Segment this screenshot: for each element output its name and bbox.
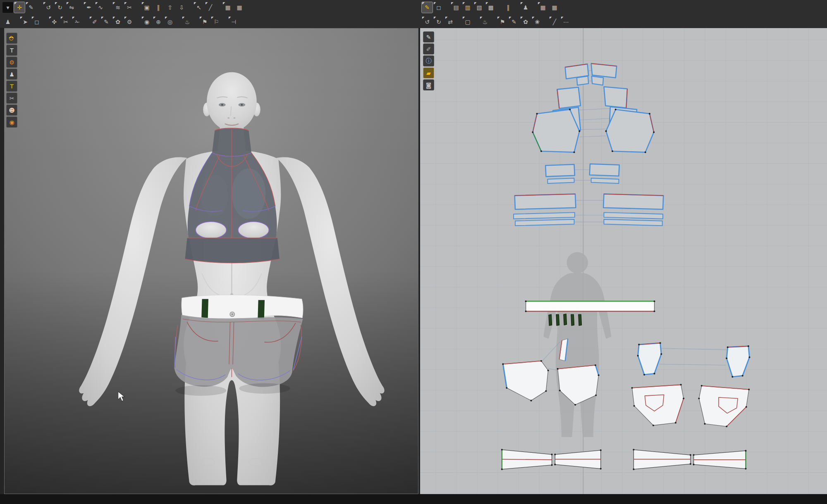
- front-panel-right-notch: [595, 364, 596, 366]
- stitch-flag-tool-icon[interactable]: ⚑: [497, 17, 508, 27]
- colorway-tool-icon[interactable]: ‖: [503, 2, 514, 13]
- press-ball-tool-icon[interactable]: ◉: [141, 17, 152, 27]
- garment-top[interactable]: [185, 128, 279, 263]
- grid-2d-small-icon[interactable]: ▦: [538, 2, 548, 13]
- strip-long-right-2[interactable]: [604, 219, 662, 226]
- pocket-bag-right-notch: [731, 376, 733, 378]
- bodice-right[interactable]: [606, 109, 654, 152]
- grid-2d-large-icon[interactable]: ▦: [549, 2, 560, 13]
- flag-outline-tool-icon[interactable]: ⚐: [211, 17, 222, 27]
- scale-tool-icon[interactable]: ✜: [49, 17, 60, 27]
- edit-pattern-tool-icon[interactable]: ✎: [26, 2, 36, 13]
- waistband-2-notch: [554, 454, 556, 455]
- globe-tool-icon[interactable]: ◎: [165, 17, 175, 27]
- cut-tool-icon[interactable]: ✂: [60, 17, 71, 27]
- segment-sew-tool-icon[interactable]: ≋: [112, 2, 123, 13]
- fold-arrangement-tool-icon[interactable]: ▣: [141, 2, 152, 13]
- belt-piece[interactable]: [526, 301, 655, 311]
- hanger-tool-icon[interactable]: ‖: [153, 2, 164, 13]
- belt-loop-4[interactable]: [571, 314, 574, 326]
- pen-dark-icon[interactable]: ✎: [423, 31, 434, 43]
- panel-long-left[interactable]: [515, 194, 576, 209]
- simulation-gear-icon[interactable]: ⚙: [6, 57, 17, 68]
- slash-line-tool-icon[interactable]: ╱: [205, 2, 216, 13]
- strip-long-left-1[interactable]: [514, 212, 575, 219]
- lift-down-tool-icon[interactable]: ⇩: [176, 2, 187, 13]
- measure-tool-icon[interactable]: ↖: [194, 2, 204, 13]
- file-tool-icon[interactable]: ▥: [462, 2, 473, 13]
- rotate-ccw-tool-icon[interactable]: ↺: [43, 2, 54, 13]
- avatar-pose-tool-icon[interactable]: ♟: [2, 17, 13, 27]
- select-move-tool-icon[interactable]: ➤: [20, 17, 31, 27]
- history-2d-icon[interactable]: ⇄: [445, 17, 456, 27]
- pin-tool-icon[interactable]: ✐: [89, 17, 100, 27]
- texture-flower-tool-icon[interactable]: ❀: [532, 17, 543, 27]
- redo-2d-icon[interactable]: ↻: [433, 17, 444, 27]
- band-right[interactable]: [590, 164, 619, 176]
- toolbar-3d-row2: ♟➤◻✜✂✁✐✎✿⚙◉⊕◎♨⚑⚐⊣: [1, 14, 246, 29]
- collar-small-left[interactable]: [577, 76, 588, 85]
- avatar-hat-display-icon[interactable]: ⛑: [6, 33, 17, 44]
- transform-tool-icon[interactable]: ✛: [14, 2, 25, 13]
- pocket-bag-left-notch: [653, 373, 655, 374]
- belt-loop-2[interactable]: [556, 314, 559, 326]
- polygon-pen-tool-icon[interactable]: ✒: [84, 2, 94, 13]
- curve-tool-icon[interactable]: ∿: [95, 2, 106, 13]
- strip-small-right[interactable]: [591, 178, 619, 183]
- lasso-select-tool-icon[interactable]: ◻: [433, 2, 444, 13]
- copy-tool-icon[interactable]: ▤: [451, 2, 461, 13]
- info-display-icon[interactable]: ⓘ: [423, 55, 434, 67]
- align-divider-tool-icon[interactable]: ⊣: [228, 17, 239, 27]
- viewport-2d[interactable]: ✎✐ⓘ▰◙: [420, 28, 827, 494]
- flower-pattern-tool-icon[interactable]: ✿: [112, 17, 123, 27]
- lock-display-icon[interactable]: ◙: [423, 79, 434, 90]
- neck-side-left[interactable]: [557, 87, 581, 108]
- rotate-cw-tool-icon[interactable]: ↻: [55, 2, 65, 13]
- paint-pen-tool-icon[interactable]: ✎: [422, 2, 433, 13]
- brush-tool-icon[interactable]: ✎: [101, 17, 112, 27]
- collar-small-right[interactable]: [592, 76, 603, 85]
- texture-globe-icon[interactable]: ◉: [6, 116, 17, 128]
- image-tool-icon[interactable]: ▧: [474, 2, 485, 13]
- viewport-3d[interactable]: ⛑T⚙♟T✂☻◉: [4, 28, 418, 494]
- grid-large-icon[interactable]: ▦: [234, 2, 245, 13]
- strip-long-right-1[interactable]: [604, 212, 663, 219]
- pattern-canvas: [420, 28, 827, 494]
- bodice-left[interactable]: [533, 109, 579, 152]
- neck-side-right[interactable]: [604, 87, 627, 108]
- mirror-tool-icon[interactable]: ⇋: [66, 2, 77, 13]
- box-2d-tool-icon[interactable]: ▢: [462, 17, 473, 27]
- sewing-display-icon[interactable]: ✂: [6, 93, 17, 104]
- dots-2d-tool-icon[interactable]: ⋯: [561, 17, 571, 27]
- pen-2d-tool-icon[interactable]: ✎: [509, 17, 519, 27]
- grid-small-icon[interactable]: ▦: [222, 2, 233, 13]
- flower-2d-tool-icon[interactable]: ✿: [520, 17, 531, 27]
- steam-tool-icon[interactable]: ⊕: [153, 17, 164, 27]
- line-2d-tool-icon[interactable]: ╱: [549, 17, 560, 27]
- band-left[interactable]: [545, 164, 575, 176]
- swap-tool-icon[interactable]: ▩: [485, 2, 496, 13]
- notch-tool-icon[interactable]: ✁: [72, 17, 83, 27]
- panel-long-right[interactable]: [603, 194, 663, 209]
- avatar-figure-icon[interactable]: ♟: [6, 69, 17, 80]
- box-select-tool-icon[interactable]: ◻: [31, 17, 42, 27]
- strip-small-left[interactable]: [547, 178, 574, 183]
- lift-up-tool-icon[interactable]: ⇧: [165, 2, 175, 13]
- iron-2d-tool-icon[interactable]: ♨: [480, 17, 490, 27]
- dock-toggle-icon[interactable]: ▾: [2, 2, 13, 13]
- belt-loop-5[interactable]: [578, 314, 582, 326]
- garment-show-icon[interactable]: T: [6, 45, 17, 56]
- avatar-2d-tool-icon[interactable]: ♟: [520, 2, 531, 13]
- flag-solid-tool-icon[interactable]: ⚑: [199, 17, 210, 27]
- undo-2d-icon[interactable]: ↺: [422, 17, 433, 27]
- belt-loop-1[interactable]: [549, 314, 552, 326]
- free-sew-tool-icon[interactable]: ✂: [124, 2, 135, 13]
- belt-loop-3[interactable]: [564, 314, 567, 325]
- head-display-icon[interactable]: ☻: [6, 105, 17, 116]
- garment-yellow-icon[interactable]: T: [6, 81, 17, 92]
- iron-tool-icon[interactable]: ♨: [182, 17, 193, 27]
- fabric-display-icon[interactable]: ▰: [423, 67, 434, 78]
- strip-long-left-2[interactable]: [515, 219, 574, 226]
- gear-settings-icon[interactable]: ⚙: [124, 17, 135, 27]
- pen-light-icon[interactable]: ✐: [423, 43, 434, 55]
